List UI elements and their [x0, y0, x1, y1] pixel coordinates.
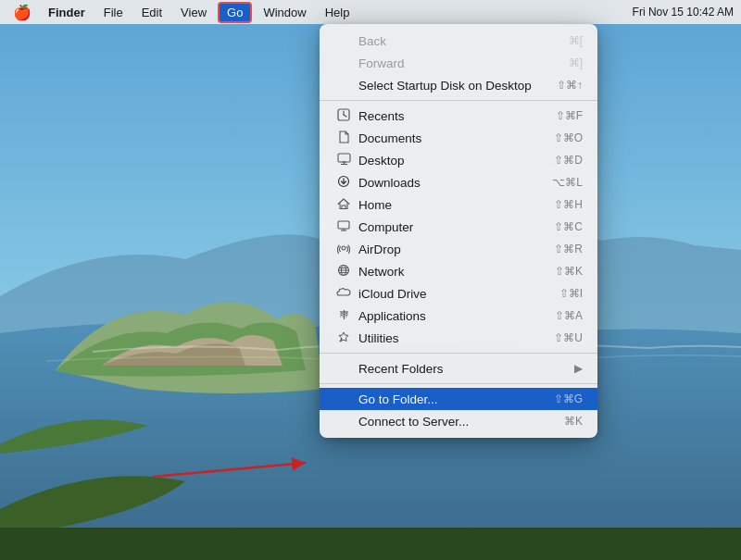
finder-menu[interactable]: Finder [41, 4, 93, 21]
menu-item-computer[interactable]: Computer ⇧⌘C [320, 216, 597, 238]
menu-item-forward[interactable]: Forward ⌘] [320, 52, 597, 74]
menu-item-documents[interactable]: Documents ⇧⌘O [320, 127, 597, 149]
menu-item-desktop[interactable]: Desktop ⇧⌘D [320, 149, 597, 171]
icloud-icon [334, 286, 353, 301]
utilities-icon [334, 330, 353, 346]
computer-icon [334, 219, 353, 234]
back-shortcut: ⌘[ [569, 34, 583, 47]
apple-menu[interactable]: 🍎 [7, 2, 37, 23]
documents-icon [334, 131, 353, 146]
menu-item-utilities[interactable]: Utilities ⇧⌘U [320, 327, 597, 349]
go-menu[interactable]: Go [218, 2, 252, 23]
network-shortcut: ⇧⌘K [555, 265, 583, 278]
svg-line-26 [153, 463, 306, 477]
menu-item-airdrop[interactable]: AirDrop ⇧⌘R [320, 238, 597, 260]
applications-label: Applications [358, 309, 555, 323]
startup-label: Select Startup Disk on Desktop [358, 79, 557, 93]
desktop-shortcut: ⇧⌘D [554, 154, 583, 167]
goto-folder-label: Go to Folder... [358, 392, 554, 406]
connect-server-shortcut: ⌘K [564, 415, 583, 428]
network-label: Network [358, 265, 555, 279]
recents-label: Recents [358, 109, 556, 123]
connect-server-label: Connect to Server... [358, 415, 564, 429]
recent-folders-label: Recent Folders [358, 362, 574, 376]
menubar-right: Fri Nov 15 10:42 AM [633, 6, 734, 19]
applications-shortcut: ⇧⌘A [555, 309, 583, 322]
menubar-time: Fri Nov 15 10:42 AM [633, 6, 734, 19]
icloud-shortcut: ⇧⌘I [559, 287, 583, 300]
help-menu[interactable]: Help [318, 4, 358, 21]
file-menu[interactable]: File [96, 4, 131, 21]
menu-item-icloud[interactable]: iCloud Drive ⇧⌘I [320, 282, 597, 305]
view-menu[interactable]: View [173, 4, 214, 21]
desktop-icon [334, 153, 353, 168]
airdrop-icon [334, 242, 353, 257]
separator-1 [320, 100, 597, 101]
back-label: Back [358, 34, 569, 48]
recents-shortcut: ⇧⌘F [556, 109, 583, 122]
computer-shortcut: ⇧⌘C [554, 220, 583, 233]
recent-folders-arrow: ▶ [574, 362, 583, 375]
separator-3 [320, 383, 597, 384]
downloads-shortcut: ⌥⌘L [552, 176, 583, 189]
menu-item-connect-server[interactable]: Connect to Server... ⌘K [320, 410, 597, 432]
svg-point-24 [345, 313, 346, 315]
menu-item-startup[interactable]: Select Startup Disk on Desktop ⇧⌘↑ [320, 74, 597, 96]
svg-point-23 [340, 313, 342, 315]
utilities-shortcut: ⇧⌘U [554, 331, 583, 344]
menu-item-goto-folder[interactable]: Go to Folder... ⇧⌘G [320, 388, 597, 410]
network-icon [334, 264, 353, 280]
applications-icon [334, 308, 353, 324]
separator-2 [320, 353, 597, 354]
arrow-annotation [144, 444, 329, 491]
svg-line-3 [344, 115, 346, 117]
window-menu[interactable]: Window [256, 4, 313, 21]
utilities-label: Utilities [358, 331, 554, 345]
edit-menu[interactable]: Edit [134, 4, 170, 21]
svg-rect-11 [338, 221, 349, 229]
forward-label: Forward [358, 56, 569, 70]
menu-item-back[interactable]: Back ⌘[ [320, 30, 597, 52]
menu-item-recents[interactable]: Recents ⇧⌘F [320, 105, 597, 127]
forward-shortcut: ⌘] [569, 56, 583, 69]
documents-label: Documents [358, 131, 554, 145]
go-dropdown-menu: Back ⌘[ Forward ⌘] Select Startup Disk o… [320, 24, 597, 438]
documents-shortcut: ⇧⌘O [554, 131, 583, 144]
home-shortcut: ⇧⌘H [554, 198, 583, 211]
downloads-label: Downloads [358, 176, 552, 190]
computer-label: Computer [358, 220, 554, 234]
menu-item-downloads[interactable]: Downloads ⌥⌘L [320, 171, 597, 193]
goto-folder-shortcut: ⇧⌘G [554, 392, 583, 405]
recents-icon [334, 108, 353, 124]
airdrop-label: AirDrop [358, 243, 554, 256]
icloud-label: iCloud Drive [358, 287, 559, 301]
svg-point-14 [342, 246, 345, 250]
menu-item-recent-folders[interactable]: Recent Folders ▶ [320, 357, 597, 380]
menubar: 🍎 Finder File Edit View Go Window Help F… [0, 0, 741, 24]
airdrop-shortcut: ⇧⌘R [554, 243, 583, 255]
home-icon [334, 197, 353, 213]
menu-item-network[interactable]: Network ⇧⌘K [320, 260, 597, 282]
home-label: Home [358, 198, 554, 212]
startup-shortcut: ⇧⌘↑ [557, 79, 583, 92]
menu-item-applications[interactable]: Applications ⇧⌘A [320, 305, 597, 327]
menu-item-home[interactable]: Home ⇧⌘H [320, 193, 597, 216]
svg-rect-4 [338, 154, 350, 162]
desktop-label: Desktop [358, 154, 554, 168]
downloads-icon [334, 175, 353, 191]
